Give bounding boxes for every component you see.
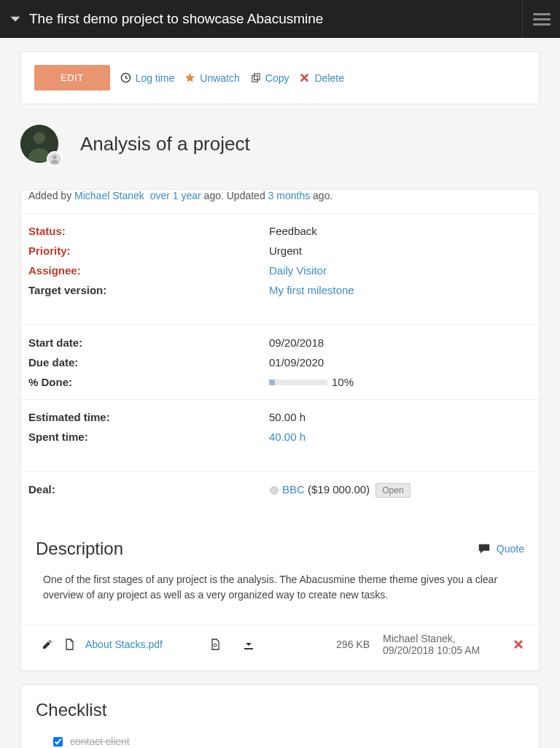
avatar-wrap [20, 125, 58, 163]
issue-details: Added by Michael Stanek over 1 year ago.… [20, 189, 540, 671]
preview-icon[interactable] [209, 639, 221, 650]
attachment-row: About Stacks.pdf 296 KB Michael Stanek, … [21, 625, 539, 671]
checklist-card: Checklist contact clienttalk to him and … [20, 685, 540, 748]
pct-done-value: 10% [269, 376, 532, 388]
deal-label: Deal: [28, 483, 269, 496]
description-body: One of the first stages of any project i… [36, 572, 524, 603]
deal-icon [269, 485, 279, 496]
priority-value: Urgent [269, 244, 532, 257]
assignee-label: Assignee: [28, 264, 269, 277]
svg-rect-1 [252, 76, 258, 82]
updated-link[interactable]: 3 months [268, 190, 311, 201]
attachment-author-time: Michael Stanek, 09/20/2018 10:05 AM [383, 633, 499, 656]
attachment-size: 296 KB [336, 639, 370, 650]
unwatch-link[interactable]: Unwatch [184, 72, 239, 84]
header-left: The first demo project to showcase Abacu… [0, 11, 522, 27]
log-time-link[interactable]: Log time [120, 72, 175, 84]
progress-bar [269, 379, 327, 385]
description-heading: Description [36, 539, 123, 559]
ago1: ago. Updated [201, 190, 268, 201]
start-date-label: Start date: [28, 336, 269, 349]
unwatch-label: Unwatch [200, 72, 239, 84]
pct-done-label: % Done: [28, 376, 269, 388]
copy-icon [250, 72, 261, 83]
menu-button[interactable] [522, 0, 560, 38]
close-icon [299, 72, 310, 83]
start-date-value: 09/20/2018 [269, 336, 532, 349]
delete-attachment-icon[interactable] [513, 639, 524, 650]
created-link[interactable]: over 1 year [150, 190, 201, 201]
checklist-heading: Checklist [36, 700, 524, 720]
copy-label: Copy [265, 72, 289, 84]
description-section: Description Quote One of the first stage… [21, 524, 539, 625]
checklist-item-label: contact client [70, 736, 130, 747]
deal-value: BBC ($19 000.00) Open [269, 483, 532, 496]
app-header: The first demo project to showcase Abacu… [0, 0, 560, 38]
clock-icon [120, 72, 131, 83]
estimated-value: 50.00 h [269, 411, 532, 423]
due-date-value: 01/09/2020 [269, 356, 532, 369]
log-time-label: Log time [136, 72, 175, 84]
issue-card: EDIT Log time Unwatch Copy Delete [20, 51, 540, 104]
spent-link[interactable]: 40.00 h [269, 431, 306, 443]
assignee-avatar[interactable] [47, 151, 63, 167]
deal-link[interactable]: BBC [282, 483, 305, 496]
deal-amount: ($19 000.00) [305, 483, 373, 496]
target-version-label: Target version: [28, 284, 269, 296]
status-value: Feedback [269, 225, 532, 237]
priority-label: Priority: [28, 244, 269, 257]
estimated-label: Estimated time: [28, 411, 269, 423]
edit-button[interactable]: EDIT [34, 65, 110, 90]
due-date-label: Due date: [28, 356, 269, 369]
author-link[interactable]: Michael Stanek [74, 190, 144, 201]
attributes: Status:Feedback Priority:Urgent Assignee… [21, 213, 539, 524]
issue-header: Analysis of a project [20, 117, 540, 176]
target-version-link[interactable]: My first milestone [269, 284, 354, 296]
pdf-icon [63, 639, 75, 650]
download-icon[interactable] [243, 639, 254, 650]
delete-label: Delete [314, 72, 343, 84]
hamburger-icon [533, 13, 551, 26]
delete-link[interactable]: Delete [299, 72, 343, 84]
issue-title: Analysis of a project [80, 133, 250, 155]
chevron-down-icon[interactable] [9, 12, 22, 26]
issue-meta: Added by Michael Stanek over 1 year ago.… [21, 190, 539, 213]
pct-done-text: 10% [332, 376, 354, 388]
issue-toolbar: EDIT Log time Unwatch Copy Delete [21, 52, 539, 104]
quote-button[interactable]: Quote [478, 542, 524, 555]
checklist-item: contact client [36, 733, 524, 748]
assignee-link[interactable]: Daily Visitor [269, 264, 327, 277]
svg-point-6 [271, 487, 279, 495]
attachment-link[interactable]: About Stacks.pdf [85, 639, 163, 650]
svg-rect-2 [254, 74, 260, 80]
spent-label: Spent time: [28, 431, 269, 443]
checklist-checkbox[interactable] [53, 737, 63, 747]
edit-icon[interactable] [42, 639, 53, 650]
svg-point-7 [214, 644, 217, 647]
svg-point-5 [52, 155, 56, 159]
comment-icon [478, 542, 491, 555]
quote-label: Quote [497, 543, 524, 555]
star-icon [184, 72, 195, 83]
status-label: Status: [28, 225, 269, 237]
added-by-prefix: Added by [28, 190, 74, 201]
copy-link[interactable]: Copy [250, 72, 289, 84]
svg-point-4 [34, 132, 45, 144]
ago2: ago. [310, 190, 332, 201]
deal-badge: Open [376, 483, 410, 498]
project-title[interactable]: The first demo project to showcase Abacu… [29, 11, 323, 27]
